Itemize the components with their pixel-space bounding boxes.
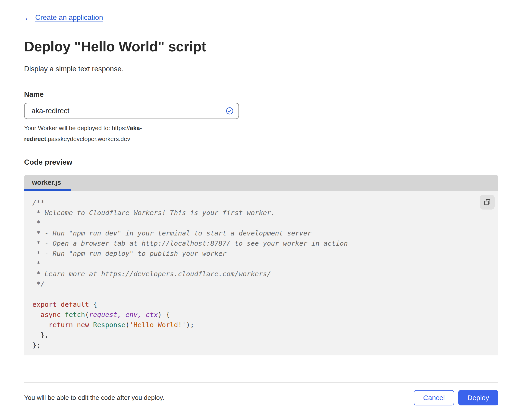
code-line [32,289,494,299]
code-line: }, [32,330,494,340]
page-subtitle: Display a simple text response. [24,65,498,73]
code-line: * [32,218,494,228]
footer-note: You will be able to edit the code after … [24,394,164,401]
code-line: * [32,259,494,269]
code-line: */ [32,279,494,289]
footer: You will be able to edit the code after … [24,390,498,405]
code-editor: /** * Welcome to Cloudflare Workers! Thi… [24,191,498,355]
cancel-button[interactable]: Cancel [414,390,454,405]
code-line: * - Run "npm run dev" in your terminal t… [32,228,494,238]
code-tab-bar: worker.js [24,175,498,191]
code-line: * - Open a browser tab at http://localho… [32,238,494,248]
deploy-button[interactable]: Deploy [458,390,498,405]
code-preview-label: Code preview [24,158,498,166]
worker-name-input[interactable] [24,103,239,119]
code-line: async fetch(request, env, ctx) { [32,310,494,320]
tab-worker-js[interactable]: worker.js [24,175,71,191]
copy-icon [484,198,491,206]
deploy-worker-page: ← Create an application Deploy "Hello Wo… [24,0,498,405]
back-link-label: Create an application [35,14,103,22]
code-line: }; [32,340,494,350]
code-line: * Learn more at https://developers.cloud… [32,269,494,279]
code-lines: /** * Welcome to Cloudflare Workers! Thi… [32,197,494,350]
code-line: /** [32,197,494,208]
copy-code-button[interactable] [480,195,495,210]
name-input-wrap [24,103,239,119]
code-preview-card: worker.js /** * Welcome to Cloudflare Wo… [24,175,498,355]
back-link[interactable]: ← Create an application [24,14,103,22]
deploy-url-helper: Your Worker will be deployed to: https:/… [24,123,157,144]
footer-actions: Cancel Deploy [414,390,498,405]
back-arrow-icon: ← [24,14,32,22]
name-field-label: Name [24,90,498,99]
code-line: return new Response('Hello World!'); [32,320,494,330]
code-line: * Welcome to Cloudflare Workers! This is… [32,208,494,218]
code-line: export default { [32,299,494,310]
valid-check-icon [226,107,234,115]
code-line: * - Run "npm run deploy" to publish your… [32,248,494,259]
footer-divider [24,382,498,383]
page-title: Deploy "Hello World" script [24,38,498,55]
